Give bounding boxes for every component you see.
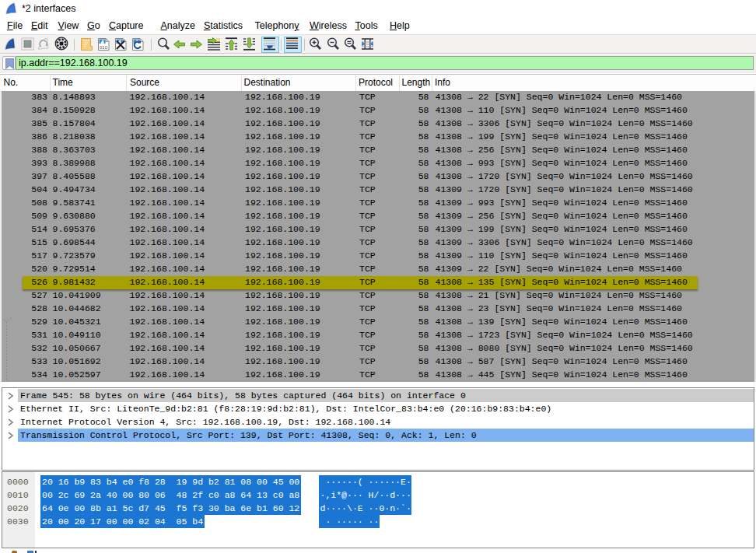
svg-text:010: 010 — [100, 45, 108, 50]
